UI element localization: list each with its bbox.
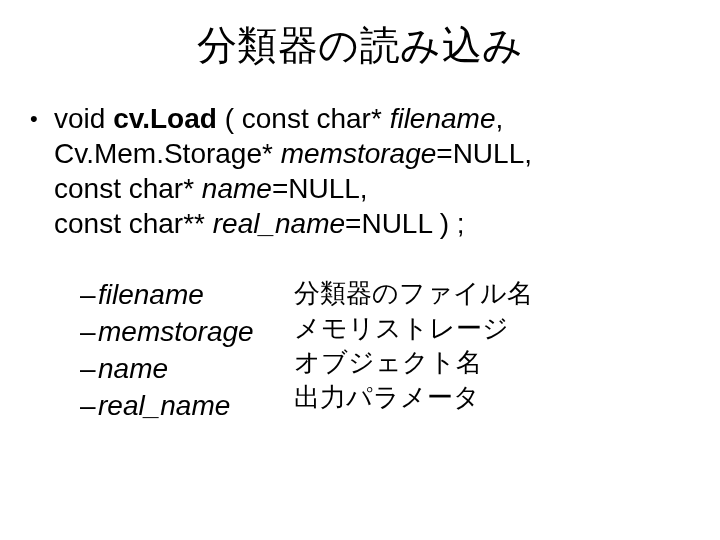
dash-icon: – [80,277,98,312]
sig-l3-arg: name [202,173,272,204]
param-row: – filename [80,277,254,312]
param-name: name [98,351,168,386]
param-desc: 出力パラメータ [294,381,533,414]
signature-line-1: void cv.Load ( const char* filename, [54,101,532,136]
sig-l4-tail: =NULL ) ; [345,208,465,239]
sig-func-name: cv.Load [113,103,217,134]
parameter-names-column: – filename – memstorage – name – real_na… [80,277,254,423]
parameter-list: – filename – memstorage – name – real_na… [80,277,690,423]
sig-l3-prefix: const char* [54,173,202,204]
param-row: – memstorage [80,314,254,349]
sig-l1-after: ( const char* [217,103,390,134]
param-desc: 分類器のファイル名 [294,277,533,310]
param-row: – real_name [80,388,254,423]
sig-l2-arg: memstorage [281,138,437,169]
slide-title: 分類器の読み込み [30,18,690,73]
sig-l1-tail: , [495,103,503,134]
param-name: real_name [98,388,230,423]
parameter-desc-column: 分類器のファイル名 メモリストレージ オブジェクト名 出力パラメータ [294,277,533,423]
param-row: – name [80,351,254,386]
dash-icon: – [80,314,98,349]
sig-l3-tail: =NULL, [272,173,368,204]
sig-l1-prefix: void [54,103,113,134]
sig-l2-tail: =NULL, [436,138,532,169]
signature-line-4: const char** real_name=NULL ) ; [54,206,532,241]
sig-l4-prefix: const char** [54,208,213,239]
sig-l1-arg: filename [390,103,496,134]
dash-icon: – [80,388,98,423]
function-signature: void cv.Load ( const char* filename, Cv.… [54,101,532,241]
slide-body: • void cv.Load ( const char* filename, C… [30,101,690,423]
sig-l4-arg: real_name [213,208,345,239]
signature-line-2: Cv.Mem.Storage* memstorage=NULL, [54,136,532,171]
param-desc: オブジェクト名 [294,346,533,379]
signature-line-3: const char* name=NULL, [54,171,532,206]
signature-bullet: • void cv.Load ( const char* filename, C… [30,101,690,241]
slide: 分類器の読み込み • void cv.Load ( const char* fi… [0,0,720,540]
dash-icon: – [80,351,98,386]
bullet-icon: • [30,101,54,241]
param-desc: メモリストレージ [294,312,533,345]
param-name: memstorage [98,314,254,349]
sig-l2-prefix: Cv.Mem.Storage* [54,138,281,169]
param-name: filename [98,277,204,312]
